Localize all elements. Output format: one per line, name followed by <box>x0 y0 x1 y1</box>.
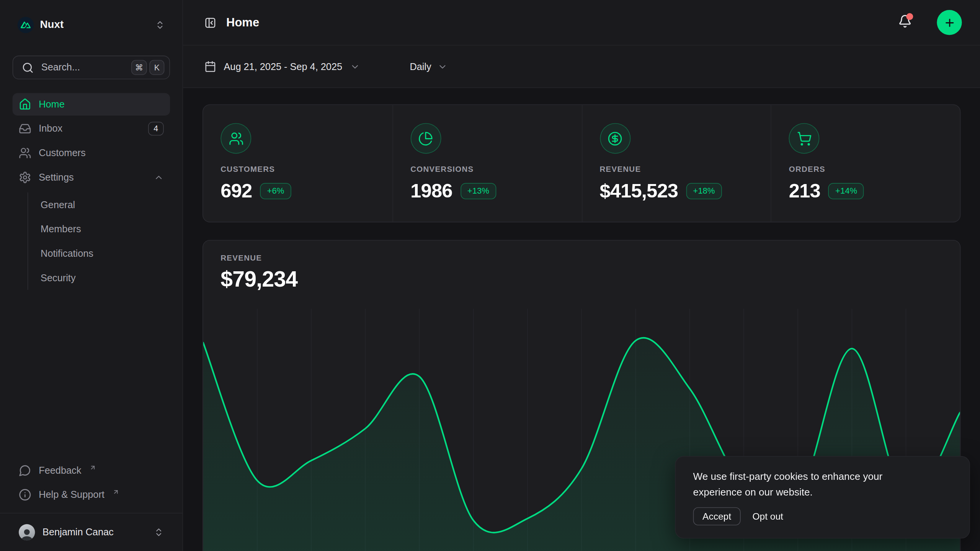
revenue-chart-label: REVENUE <box>220 254 942 262</box>
stat-delta-badge: +6% <box>260 183 291 199</box>
stat-customers[interactable]: CUSTOMERS 692 +6% <box>203 105 392 222</box>
sidebar-item-members[interactable]: Members <box>28 217 170 241</box>
inbox-count-badge: 4 <box>148 122 164 135</box>
home-icon <box>19 98 31 111</box>
stat-value: 213 <box>789 180 820 202</box>
cookie-message: We use first-party cookies to enhance yo… <box>693 469 926 500</box>
sidebar-spacer <box>13 290 170 458</box>
topbar: Home <box>183 0 980 46</box>
cookie-banner: We use first-party cookies to enhance yo… <box>675 456 970 539</box>
calendar-icon <box>204 60 216 72</box>
sidebar-nav: Home Inbox 4 Customers <box>13 93 170 290</box>
sidebar-item-label: Settings <box>39 172 146 183</box>
revenue-chart-value: $79,234 <box>220 267 942 292</box>
chevrons-up-down-icon <box>154 527 164 537</box>
search-icon <box>22 62 34 73</box>
settings-subnav: General Members Notifications Security <box>28 192 170 290</box>
sidebar-item-customers[interactable]: Customers <box>13 142 170 165</box>
sidebar-item-label: Home <box>39 99 164 110</box>
sidebar-item-general[interactable]: General <box>28 192 170 217</box>
toolbar: Aug 21, 2025 - Sep 4, 2025 Daily <box>183 46 980 88</box>
nuxt-logo-icon <box>18 17 34 33</box>
user-menu[interactable]: Benjamin Canac <box>13 518 170 546</box>
stats-card: CUSTOMERS 692 +6% CONVERSIONS 1986 <box>203 104 960 223</box>
stat-delta-badge: +13% <box>461 183 496 199</box>
period-select[interactable]: Daily <box>410 61 448 72</box>
sidebar: Nuxt Search... ⌘ K <box>0 0 183 551</box>
chevron-up-icon <box>154 173 164 183</box>
sidebar-item-notifications[interactable]: Notifications <box>28 241 170 266</box>
feedback-link[interactable]: Feedback <box>13 458 170 483</box>
stat-label: CUSTOMERS <box>220 165 375 174</box>
sidebar-item-home[interactable]: Home <box>13 93 170 116</box>
opt-out-button[interactable]: Opt out <box>752 508 783 525</box>
dollar-circle-icon <box>600 123 630 154</box>
search-shortcut: ⌘ K <box>131 60 165 75</box>
stat-orders[interactable]: ORDERS 213 +14% <box>771 105 960 222</box>
users-icon <box>220 123 251 154</box>
stat-conversions[interactable]: CONVERSIONS 1986 +13% <box>392 105 581 222</box>
gear-icon <box>19 171 31 184</box>
kbd-k: K <box>149 60 164 75</box>
help-support-link[interactable]: Help & Support <box>13 482 170 507</box>
plus-icon <box>943 16 955 28</box>
stat-revenue[interactable]: REVENUE $415,523 +18% <box>581 105 771 222</box>
notifications-button[interactable] <box>898 15 912 31</box>
sidebar-item-inbox[interactable]: Inbox 4 <box>13 117 170 140</box>
stat-label: REVENUE <box>600 165 753 174</box>
shopping-cart-icon <box>789 123 820 154</box>
accept-button[interactable]: Accept <box>693 507 741 525</box>
kbd-cmd: ⌘ <box>131 60 147 75</box>
workspace-name: Nuxt <box>40 19 149 31</box>
add-button[interactable] <box>937 10 962 35</box>
arrow-up-right-icon <box>113 488 119 495</box>
search-input[interactable]: Search... ⌘ K <box>13 55 170 79</box>
stat-label: CONVERSIONS <box>410 165 564 174</box>
chat-bubble-icon <box>19 464 31 476</box>
avatar <box>19 524 35 540</box>
page-title: Home <box>226 16 888 29</box>
chevron-down-icon <box>438 62 448 72</box>
date-range-value: Aug 21, 2025 - Sep 4, 2025 <box>224 61 342 72</box>
workspace-switcher[interactable]: Nuxt <box>13 15 170 35</box>
pie-chart-icon <box>410 123 441 154</box>
period-value: Daily <box>410 61 431 72</box>
stat-label: ORDERS <box>789 165 942 174</box>
sidebar-collapse-icon[interactable] <box>204 16 216 28</box>
arrow-up-right-icon <box>90 464 96 471</box>
search-placeholder: Search... <box>41 62 124 73</box>
date-range-picker[interactable]: Aug 21, 2025 - Sep 4, 2025 <box>204 60 360 72</box>
sidebar-item-label: Inbox <box>39 123 140 134</box>
stat-value: 692 <box>220 180 252 202</box>
user-name: Benjamin Canac <box>42 527 146 538</box>
info-circle-icon <box>19 488 31 501</box>
stat-value: $415,523 <box>600 180 678 202</box>
users-icon <box>19 147 31 160</box>
chevron-down-icon <box>350 62 360 72</box>
unread-notifications-dot <box>906 13 913 20</box>
sidebar-divider <box>0 513 183 514</box>
stat-value: 1986 <box>410 180 452 202</box>
sidebar-item-settings[interactable]: Settings <box>13 166 170 189</box>
footer-link-label: Help & Support <box>39 489 105 500</box>
inbox-icon <box>19 122 31 135</box>
stat-delta-badge: +14% <box>828 183 864 199</box>
chevrons-up-down-icon <box>155 20 165 30</box>
sidebar-item-label: Customers <box>39 147 164 158</box>
stat-delta-badge: +18% <box>686 183 722 199</box>
footer-link-label: Feedback <box>39 465 81 476</box>
sidebar-item-security[interactable]: Security <box>28 266 170 290</box>
